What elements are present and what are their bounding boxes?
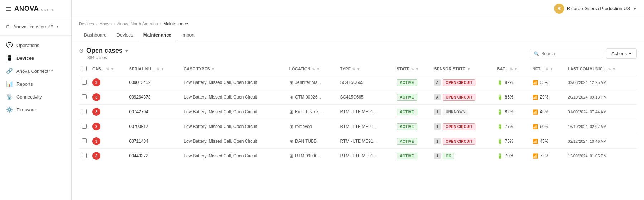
case-types-text: Low Battery, Missed Call, Open Circuit <box>184 80 257 85</box>
row-location: ⊞ Kristi Peake... <box>287 105 337 119</box>
filter-sensor-icon[interactable]: ▼ <box>467 67 471 71</box>
row-type: SC415C665 <box>337 75 394 90</box>
tab-dashboard[interactable]: Dashboard <box>79 29 112 41</box>
header-actions: 🔍 Actions ▾ <box>530 48 637 59</box>
battery-icon: 🔋 <box>497 94 503 100</box>
connectivity-label: Connectivity <box>16 94 42 100</box>
filter-battery-icon[interactable]: ▼ <box>514 67 518 71</box>
row-serial: 00711484 <box>126 134 181 149</box>
sort-cas-icon[interactable]: ⇅ <box>106 67 109 71</box>
sensor-state-badge: OK <box>443 153 454 159</box>
row-checkbox-2[interactable] <box>82 109 87 114</box>
filter-serial-icon[interactable]: ▼ <box>161 67 164 71</box>
filter-network-icon[interactable]: ▼ <box>549 67 553 71</box>
row-checkbox-1[interactable] <box>82 94 87 99</box>
tab-maintenance[interactable]: Maintenance <box>138 29 177 41</box>
row-location: ⊞ Jennifer Ma... <box>287 75 337 90</box>
sort-network-icon[interactable]: ⇅ <box>545 67 548 71</box>
battery-pct: 82% <box>505 80 513 85</box>
search-input[interactable] <box>541 51 599 56</box>
row-case-num: 3 <box>90 134 126 149</box>
row-type: RTM - LTE ME91... <box>337 105 394 119</box>
sidebar: ANOVA UNIFY ⊙ Anova Transform™ › 💬 Opera… <box>0 0 72 200</box>
breadcrumb-anova[interactable]: Anova <box>100 22 112 27</box>
sort-battery-icon[interactable]: ⇅ <box>510 67 513 71</box>
row-case-num: 3 <box>90 75 126 90</box>
row-type: SC415C665 <box>337 90 394 105</box>
sidebar-item-firmware[interactable]: ⚙️ Firmware <box>0 103 71 116</box>
case-badge: 3 <box>92 108 100 116</box>
row-serial: 009264373 <box>126 90 181 105</box>
topbar: R Ricardo Guerra Production US ▼ <box>72 0 644 17</box>
row-serial: 00440272 <box>126 149 181 163</box>
row-checkbox-3[interactable] <box>82 124 87 129</box>
select-all-checkbox[interactable] <box>82 66 87 71</box>
connectivity-icon: 📡 <box>6 94 13 100</box>
row-state: ACTIVE <box>394 149 431 163</box>
user-menu[interactable]: R Ricardo Guerra Production US ▼ <box>554 4 637 14</box>
sensor-letter: A <box>434 94 441 100</box>
search-box[interactable]: 🔍 <box>530 49 602 58</box>
sidebar-item-reports[interactable]: 📊 Reports <box>0 77 71 90</box>
type-text: SC415C665 <box>340 80 363 85</box>
hamburger-menu[interactable] <box>6 7 11 11</box>
tab-devices[interactable]: Devices <box>112 29 138 41</box>
filter-casetypes-icon[interactable]: ▼ <box>211 67 215 71</box>
sidebar-item-transform[interactable]: ⊙ Anova Transform™ › <box>0 21 71 33</box>
row-case-types: Low Battery, Missed Call, Open Circuit <box>181 119 287 134</box>
breadcrumb-current: Maintenance <box>163 22 188 27</box>
sort-lastcomm-icon[interactable]: ⇅ <box>608 67 611 71</box>
sort-location-icon[interactable]: ⇅ <box>312 67 315 71</box>
row-checkbox-5[interactable] <box>82 153 87 158</box>
row-last-comm: 20/10/2024, 09:13 PM <box>565 90 637 105</box>
location-text: DAN TUBB <box>295 139 317 144</box>
devices-icon: 📱 <box>6 55 13 61</box>
table-row: 3 009013452 Low Battery, Missed Call, Op… <box>79 75 637 90</box>
th-case-types: CASE TYPES ▼ <box>181 63 287 75</box>
filter-location-icon[interactable]: ▼ <box>316 67 320 71</box>
logo-sub: UNIFY <box>41 8 54 11</box>
filter-state-icon[interactable]: ▼ <box>415 67 419 71</box>
open-cases-chevron[interactable]: ▾ <box>125 48 128 53</box>
row-location: ⊞ RTM 99000... <box>287 149 337 163</box>
row-serial: 00742704 <box>126 105 181 119</box>
actions-button[interactable]: Actions ▾ <box>606 48 637 59</box>
row-state: ACTIVE <box>394 90 431 105</box>
filter-type-icon[interactable]: ▼ <box>357 67 360 71</box>
table-header-row: CAS... ⇅ ▼ SERIAL NU... ⇅ ▼ <box>79 63 637 75</box>
state-badge: ACTIVE <box>397 138 417 145</box>
sort-state-icon[interactable]: ⇅ <box>411 67 414 71</box>
breadcrumb-devices[interactable]: Devices <box>79 22 94 27</box>
sensor-letter: 1 <box>434 123 441 130</box>
sidebar-item-connectivity[interactable]: 📡 Connectivity <box>0 90 71 103</box>
row-sensor-state: 1 OPEN CIRCUIT <box>431 134 494 149</box>
row-checkbox-4[interactable] <box>82 138 87 143</box>
sidebar-nav: 💬 Operations 📱 Devices 🔗 Anova Connect™ … <box>0 36 71 119</box>
tabs-bar: Dashboard Devices Maintenance Import <box>72 27 644 41</box>
row-state: ACTIVE <box>394 105 431 119</box>
row-case-types: Low Battery, Missed Call, Open Circuit <box>181 134 287 149</box>
row-case-num: 3 <box>90 105 126 119</box>
filter-lastcomm-icon[interactable]: ▼ <box>612 67 616 71</box>
tab-import[interactable]: Import <box>177 29 200 41</box>
reports-label: Reports <box>16 81 33 87</box>
battery-pct: 70% <box>505 153 513 158</box>
type-text: RTM - LTE ME91... <box>340 153 376 158</box>
sort-type-icon[interactable]: ⇅ <box>352 67 355 71</box>
anova-connect-icon: 🔗 <box>6 68 13 74</box>
filter-cas-icon[interactable]: ▼ <box>111 67 114 71</box>
table-container: CAS... ⇅ ▼ SERIAL NU... ⇅ ▼ <box>72 63 644 163</box>
sidebar-item-devices[interactable]: 📱 Devices <box>0 52 71 65</box>
breadcrumb-north-america[interactable]: Anova North America <box>117 22 158 27</box>
last-comm-text: 16/10/2024, 02:07 AM <box>568 124 607 129</box>
sidebar-item-anova-connect[interactable]: 🔗 Anova Connect™ <box>0 65 71 77</box>
network-pct: 29% <box>540 95 548 100</box>
sidebar-item-operations[interactable]: 💬 Operations <box>0 39 71 52</box>
signal-icon: 📶 <box>532 80 538 85</box>
row-checkbox-0[interactable] <box>82 80 87 85</box>
location-text: RTM 99000... <box>295 153 321 158</box>
sort-serial-icon[interactable]: ⇅ <box>156 67 159 71</box>
row-state: ACTIVE <box>394 119 431 134</box>
row-state: ACTIVE <box>394 134 431 149</box>
firmware-label: Firmware <box>16 107 36 113</box>
